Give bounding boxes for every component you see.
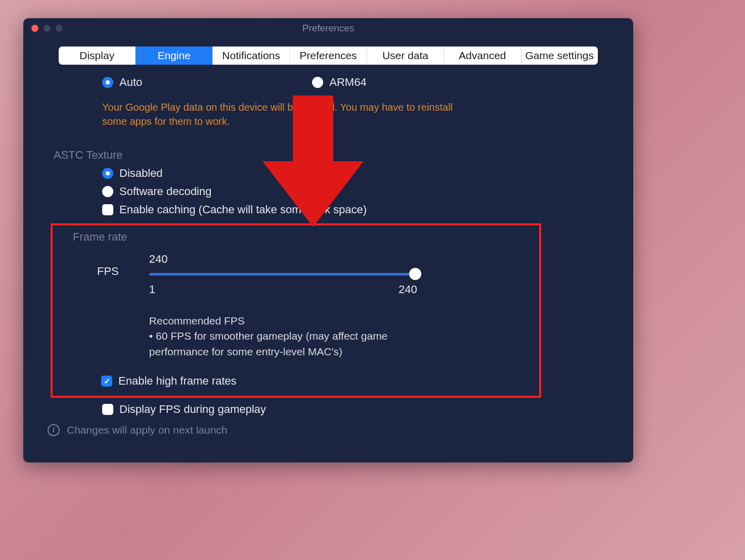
fps-label: FPS: [97, 265, 119, 278]
tab-notifications[interactable]: Notifications: [213, 46, 290, 65]
fps-slider-minmax: 1 240: [149, 283, 417, 296]
content: Auto ARM64 Your Google Play data on this…: [23, 65, 633, 436]
radio-astc-disabled[interactable]: [102, 168, 113, 179]
info-text: Changes will apply on next launch: [67, 424, 228, 436]
checkbox-display-fps[interactable]: [102, 404, 113, 415]
framerate-highlight-box: Frame rate FPS 240 1 240 Recommended FPS: [51, 223, 541, 398]
tab-engine[interactable]: Engine: [136, 46, 212, 65]
titlebar: Preferences: [23, 18, 633, 38]
radio-arm64[interactable]: [312, 77, 323, 88]
recommended-bullet: • 60 FPS for smoother gameplay (may affe…: [149, 330, 388, 357]
tab-preferences[interactable]: Preferences: [290, 46, 367, 65]
tab-display[interactable]: Display: [59, 46, 136, 65]
fps-value: 240: [149, 253, 519, 266]
fps-slider[interactable]: [149, 268, 417, 280]
warning-line1: Your Google Play data on this device wil…: [102, 102, 453, 113]
preferences-window: Preferences Display Engine Notifications…: [23, 18, 633, 462]
recommended-title: Recommended FPS: [149, 315, 245, 326]
close-window-button[interactable]: [31, 25, 38, 32]
checkbox-high-framerate[interactable]: [101, 376, 112, 387]
info-icon: i: [48, 424, 60, 436]
radio-arm64-label: ARM64: [329, 76, 366, 89]
checkbox-display-fps-label: Display FPS during gameplay: [119, 403, 266, 416]
window-title: Preferences: [23, 23, 633, 34]
architecture-warning: Your Google Play data on this device wil…: [102, 100, 497, 128]
checkbox-display-fps-row[interactable]: Display FPS during gameplay: [102, 403, 583, 416]
fps-slider-track: [149, 273, 417, 275]
radio-astc-software-label: Software decoding: [119, 185, 211, 198]
checkbox-high-framerate-row[interactable]: Enable high frame rates: [101, 375, 519, 388]
radio-astc-disabled-label: Disabled: [119, 167, 163, 180]
tab-game-settings[interactable]: Game settings: [521, 46, 598, 65]
tabbar: Display Engine Notifications Preferences…: [59, 46, 598, 65]
checkbox-caching[interactable]: [102, 204, 113, 215]
astc-section-label: ASTC Texture: [54, 149, 583, 162]
fps-recommended: Recommended FPS • 60 FPS for smoother ga…: [149, 313, 417, 359]
checkbox-caching-row[interactable]: Enable caching (Cache will take some dis…: [102, 203, 583, 216]
radio-auto[interactable]: [102, 77, 113, 88]
radio-auto-row[interactable]: Auto: [102, 76, 142, 89]
info-row: i Changes will apply on next launch: [48, 424, 583, 436]
fps-max: 240: [399, 283, 417, 296]
radio-astc-software-row[interactable]: Software decoding: [102, 185, 583, 198]
zoom-window-button[interactable]: [56, 25, 63, 32]
minimize-window-button[interactable]: [43, 25, 51, 32]
framerate-section-label: Frame rate: [73, 230, 519, 244]
warning-line2: some apps for them to work.: [102, 116, 230, 127]
traffic-lights: [31, 25, 63, 32]
radio-arm64-row[interactable]: ARM64: [312, 76, 366, 89]
checkbox-caching-label: Enable caching (Cache will take some dis…: [119, 203, 367, 216]
tab-user-data[interactable]: User data: [367, 46, 444, 65]
fps-row: FPS 240 1 240 Recommended FPS • 60 FPS f…: [73, 253, 519, 359]
architecture-radio-group: Auto ARM64: [74, 76, 583, 94]
checkbox-high-framerate-label: Enable high frame rates: [118, 375, 237, 388]
radio-auto-label: Auto: [119, 76, 142, 89]
fps-slider-thumb[interactable]: [409, 268, 421, 280]
tab-advanced[interactable]: Advanced: [444, 46, 521, 65]
radio-astc-software[interactable]: [102, 186, 113, 197]
fps-slider-column: 240 1 240 Recommended FPS • 60 FPS for s…: [149, 253, 519, 359]
fps-min: 1: [149, 283, 155, 296]
radio-astc-disabled-row[interactable]: Disabled: [102, 167, 583, 180]
